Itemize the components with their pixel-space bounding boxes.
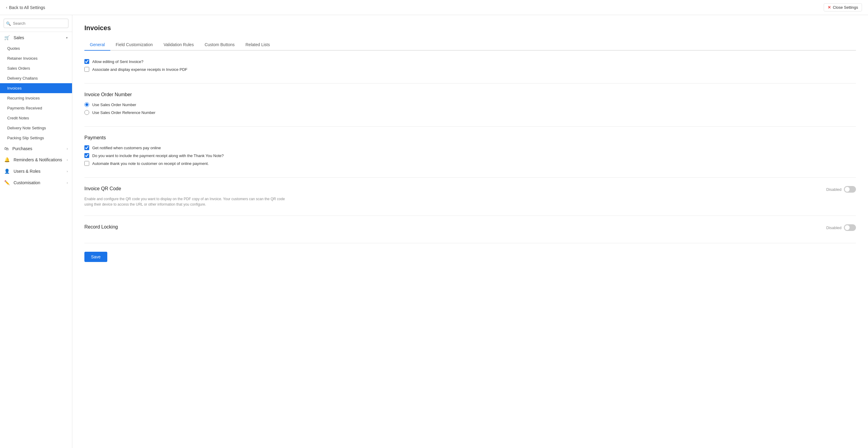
top-checkboxes-group: Allow editing of Sent Invoice? Associate… — [84, 59, 856, 84]
sidebar-item-recurring-invoices[interactable]: Recurring Invoices — [0, 93, 72, 103]
customisation-section-header[interactable]: ✏️ Customisation › — [0, 177, 72, 188]
top-bar: ‹ Back to All Settings ✕ Close Settings — [0, 0, 868, 15]
record-locking-toggle-right: Disabled — [826, 224, 856, 231]
reminders-chevron-icon: › — [67, 158, 68, 161]
sidebar-item-credit-notes[interactable]: Credit Notes — [0, 113, 72, 123]
get-notified-row: Get notified when customers pay online — [84, 145, 856, 150]
sidebar-item-delivery-challans[interactable]: Delivery Challans — [0, 73, 72, 83]
sidebar-section-reminders: 🔔 Reminders & Notifications › — [0, 154, 72, 166]
qr-code-description: Enable and configure the QR code you wan… — [84, 196, 289, 207]
sidebar-item-invoices[interactable]: Invoices — [0, 83, 72, 93]
associate-expense-label[interactable]: Associate and display expense receipts i… — [92, 67, 187, 72]
sales-section-header[interactable]: 🛒 Sales ▾ — [0, 32, 72, 43]
associate-expense-checkbox[interactable] — [84, 67, 89, 72]
customisation-icon: ✏️ — [4, 180, 10, 185]
tabs: General Field Customization Validation R… — [84, 39, 856, 51]
use-sales-order-number-radio[interactable] — [84, 102, 89, 107]
sales-icon: 🛒 — [4, 35, 10, 40]
tab-general[interactable]: General — [84, 39, 110, 51]
sidebar: 🔍 🛒 Sales ▾ Quotes — [0, 15, 72, 448]
purchases-chevron-icon: › — [67, 147, 68, 150]
search-input[interactable] — [4, 19, 68, 28]
close-settings-button[interactable]: ✕ Close Settings — [824, 3, 862, 11]
record-locking-row: Record Locking Disabled — [84, 224, 856, 235]
record-locking-title: Record Locking — [84, 224, 820, 230]
get-notified-label[interactable]: Get notified when customers pay online — [92, 146, 161, 150]
allow-editing-row: Allow editing of Sent Invoice? — [84, 59, 856, 64]
include-receipt-checkbox[interactable] — [84, 153, 89, 158]
qr-code-toggle-slider — [844, 186, 856, 192]
qr-code-toggle-status: Disabled — [826, 187, 841, 192]
record-locking-toggle-slider — [844, 224, 856, 231]
record-locking-group: Record Locking Disabled — [84, 224, 856, 243]
sidebar-item-delivery-note-settings[interactable]: Delivery Note Settings — [0, 123, 72, 133]
save-button[interactable]: Save — [84, 252, 107, 262]
sidebar-item-sales-orders[interactable]: Sales Orders — [0, 63, 72, 73]
allow-editing-checkbox[interactable] — [84, 59, 89, 64]
sales-label: Sales — [13, 35, 24, 40]
page-title: Invoices — [84, 24, 856, 32]
sidebar-item-quotes[interactable]: Quotes — [0, 43, 72, 53]
sidebar-section-users: 👤 Users & Roles › — [0, 166, 72, 177]
close-settings-label: Close Settings — [833, 5, 858, 10]
reminders-icon: 🔔 — [4, 157, 10, 162]
use-sales-order-reference-radio[interactable] — [84, 110, 89, 115]
allow-editing-label[interactable]: Allow editing of Sent Invoice? — [92, 59, 144, 64]
record-locking-toggle-status: Disabled — [826, 226, 841, 230]
search-icon: 🔍 — [6, 21, 11, 26]
tab-custom-buttons[interactable]: Custom Buttons — [199, 39, 240, 51]
automate-thank-you-checkbox[interactable] — [84, 161, 89, 166]
sidebar-section-sales: 🛒 Sales ▾ Quotes Retainer Invoices Sales… — [0, 32, 72, 143]
associate-expense-row: Associate and display expense receipts i… — [84, 67, 856, 72]
use-sales-order-number-row: Use Sales Order Number — [84, 102, 856, 107]
automate-thank-you-label[interactable]: Automate thank you note to customer on r… — [92, 161, 209, 166]
sidebar-item-payments-received[interactable]: Payments Received — [0, 103, 72, 113]
automate-thank-you-row: Automate thank you note to customer on r… — [84, 161, 856, 166]
qr-code-toggle-right: Disabled — [826, 186, 856, 192]
invoice-order-number-title: Invoice Order Number — [84, 92, 856, 97]
back-label: Back to All Settings — [9, 5, 45, 10]
include-receipt-row: Do you want to include the payment recei… — [84, 153, 856, 158]
users-icon: 👤 — [4, 169, 10, 174]
invoice-order-number-group: Invoice Order Number Use Sales Order Num… — [84, 92, 856, 127]
include-receipt-label[interactable]: Do you want to include the payment recei… — [92, 153, 224, 158]
purchases-icon: 🛍 — [4, 146, 9, 151]
tab-field-customization[interactable]: Field Customization — [110, 39, 158, 51]
sales-chevron-icon: ▾ — [66, 36, 68, 40]
sidebar-item-packing-slip-settings[interactable]: Packing Slip Settings — [0, 133, 72, 143]
sidebar-section-customisation: ✏️ Customisation › — [0, 177, 72, 188]
record-locking-left: Record Locking — [84, 224, 820, 235]
sidebar-item-retainer-invoices[interactable]: Retainer Invoices — [0, 53, 72, 63]
use-sales-order-reference-row: Use Sales Order Reference Number — [84, 110, 856, 115]
payments-group: Payments Get notified when customers pay… — [84, 135, 856, 178]
back-to-settings-link[interactable]: ‹ Back to All Settings — [6, 5, 45, 10]
purchases-label: Purchases — [12, 146, 32, 151]
sidebar-section-purchases: 🛍 Purchases › — [0, 143, 72, 154]
use-sales-order-reference-label[interactable]: Use Sales Order Reference Number — [92, 110, 156, 115]
search-box: 🔍 — [0, 15, 72, 32]
qr-code-title: Invoice QR Code — [84, 186, 820, 191]
users-label: Users & Roles — [13, 169, 40, 174]
users-section-header[interactable]: 👤 Users & Roles › — [0, 166, 72, 177]
payments-title: Payments — [84, 135, 856, 141]
reminders-section-header[interactable]: 🔔 Reminders & Notifications › — [0, 154, 72, 166]
get-notified-checkbox[interactable] — [84, 145, 89, 150]
save-button-area: Save — [84, 252, 856, 262]
qr-code-left: Invoice QR Code Enable and configure the… — [84, 186, 820, 207]
tab-related-lists[interactable]: Related Lists — [240, 39, 276, 51]
sales-items: Quotes Retainer Invoices Sales Orders De… — [0, 43, 72, 143]
reminders-label: Reminders & Notifications — [13, 157, 62, 162]
back-chevron-icon: ‹ — [6, 5, 7, 10]
record-locking-toggle[interactable] — [844, 224, 856, 231]
users-chevron-icon: › — [67, 170, 68, 173]
invoice-qr-code-group: Invoice QR Code Enable and configure the… — [84, 186, 856, 216]
tab-validation-rules[interactable]: Validation Rules — [158, 39, 199, 51]
content-area: Invoices General Field Customization Val… — [72, 15, 868, 448]
use-sales-order-number-label[interactable]: Use Sales Order Number — [92, 102, 136, 107]
purchases-section-header[interactable]: 🛍 Purchases › — [0, 143, 72, 154]
invoice-qr-code-row: Invoice QR Code Enable and configure the… — [84, 186, 856, 207]
close-x-icon: ✕ — [828, 5, 831, 10]
customisation-label: Customisation — [13, 180, 40, 185]
qr-code-toggle[interactable] — [844, 186, 856, 192]
customisation-chevron-icon: › — [67, 181, 68, 184]
